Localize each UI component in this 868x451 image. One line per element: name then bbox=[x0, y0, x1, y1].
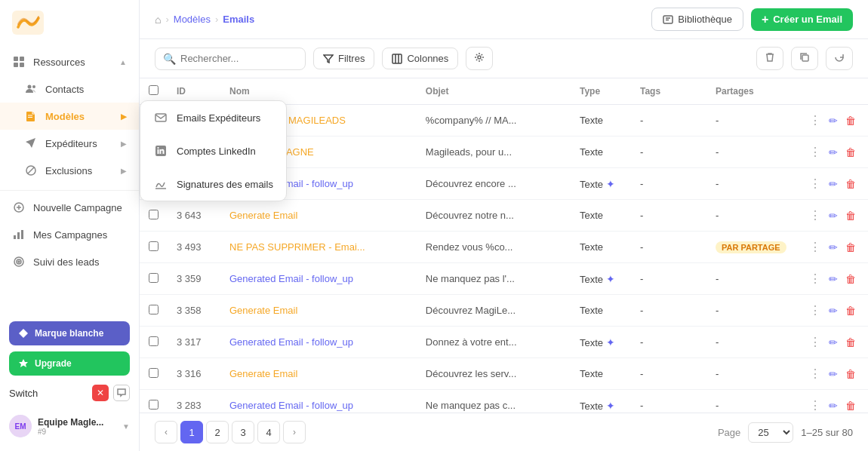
row-checkbox[interactable] bbox=[149, 210, 159, 219]
white-label-button[interactable]: Marque blanche bbox=[9, 321, 130, 345]
breadcrumb-sep2: › bbox=[215, 14, 218, 25]
prev-page-button[interactable]: ‹ bbox=[155, 421, 177, 443]
more-options-button[interactable]: ⋮ bbox=[806, 302, 824, 319]
delete-button[interactable]: 🗑 bbox=[842, 113, 859, 128]
more-options-button[interactable]: ⋮ bbox=[806, 365, 824, 382]
topbar-actions: Bibliothèque + Créer un Email bbox=[651, 8, 853, 31]
delete-button[interactable]: 🗑 bbox=[842, 208, 859, 223]
svg-rect-29 bbox=[802, 55, 808, 61]
more-options-button[interactable]: ⋮ bbox=[806, 397, 824, 413]
delete-button[interactable]: 🗑 bbox=[842, 303, 859, 318]
row-name: Generated Email - follow_up bbox=[220, 263, 417, 295]
sidebar-item-contacts[interactable]: Contacts bbox=[0, 75, 139, 103]
sidebar-item-modeles[interactable]: Modèles ▶ bbox=[0, 103, 139, 130]
more-options-button[interactable]: ⋮ bbox=[806, 112, 824, 129]
row-checkbox[interactable] bbox=[149, 368, 159, 378]
svg-point-6 bbox=[32, 85, 35, 88]
delete-button[interactable]: 🗑 bbox=[842, 398, 859, 413]
edit-button[interactable]: ✏ bbox=[826, 145, 841, 160]
row-checkbox[interactable] bbox=[149, 336, 159, 346]
edit-button[interactable]: ✏ bbox=[826, 240, 841, 255]
page-2-button[interactable]: 2 bbox=[206, 421, 229, 443]
home-icon[interactable]: ⌂ bbox=[155, 14, 161, 26]
trash-button[interactable] bbox=[756, 47, 783, 70]
svg-rect-16 bbox=[21, 230, 23, 239]
upgrade-icon bbox=[18, 358, 29, 369]
search-input[interactable] bbox=[180, 53, 297, 64]
row-checkbox[interactable] bbox=[149, 241, 159, 251]
edit-button[interactable]: ✏ bbox=[826, 208, 841, 223]
refresh-button[interactable] bbox=[826, 47, 853, 70]
edit-button[interactable]: ✏ bbox=[826, 272, 841, 287]
email-name-link[interactable]: Generated Email - follow_up bbox=[229, 273, 380, 284]
row-checkbox[interactable] bbox=[149, 273, 159, 283]
row-id: 3 358 bbox=[168, 295, 220, 327]
edit-button[interactable]: ✏ bbox=[826, 367, 841, 382]
sidebar-item-label: Suivi des leads bbox=[33, 256, 99, 268]
delete-button[interactable]: 🗑 bbox=[842, 145, 859, 160]
settings-button[interactable] bbox=[466, 47, 493, 70]
more-options-button[interactable]: ⋮ bbox=[806, 238, 824, 256]
email-name-link[interactable]: Generated Email - follow_up bbox=[229, 400, 380, 411]
more-options-button[interactable]: ⋮ bbox=[806, 143, 824, 161]
dropdown-item-signatures[interactable]: Signatures des emails bbox=[140, 167, 286, 201]
switch-chat-button[interactable] bbox=[113, 385, 130, 401]
library-button[interactable]: Bibliothèque bbox=[651, 8, 743, 31]
delete-button[interactable]: 🗑 bbox=[842, 367, 859, 382]
columns-button[interactable]: Colonnes bbox=[382, 48, 458, 69]
dropdown-item-comptes-linkedin[interactable]: Comptes LinkedIn bbox=[140, 134, 286, 167]
delete-button[interactable]: 🗑 bbox=[842, 176, 859, 192]
sidebar-item-expediteurs[interactable]: Expéditeurs ▶ bbox=[0, 130, 139, 157]
copy-button[interactable] bbox=[791, 47, 818, 70]
switch-x-button[interactable]: ✕ bbox=[92, 385, 109, 401]
row-id: 3 317 bbox=[168, 327, 220, 358]
row-checkbox[interactable] bbox=[149, 400, 159, 410]
email-name-link[interactable]: Generate Email bbox=[229, 305, 380, 316]
edit-button[interactable]: ✏ bbox=[826, 303, 841, 318]
more-options-button[interactable]: ⋮ bbox=[806, 270, 824, 287]
delete-button[interactable]: 🗑 bbox=[842, 272, 859, 287]
delete-button[interactable]: 🗑 bbox=[842, 335, 859, 350]
more-options-button[interactable]: ⋮ bbox=[806, 175, 824, 192]
row-actions: ⋮ ✏ 🗑 bbox=[797, 263, 868, 295]
create-email-button[interactable]: + Créer un Email bbox=[751, 8, 853, 31]
avatar: EM bbox=[9, 415, 32, 437]
sidebar-item-ressources[interactable]: Ressources ▲ bbox=[0, 48, 139, 75]
row-actions: ⋮ ✏ 🗑 bbox=[797, 137, 868, 168]
dropdown-item-emails-expediteurs[interactable]: Emails Expéditeurs bbox=[140, 101, 286, 134]
search-box[interactable]: 🔍 bbox=[155, 48, 306, 70]
email-name-link[interactable]: Generated Email - follow_up bbox=[229, 336, 380, 348]
more-options-button[interactable]: ⋮ bbox=[806, 333, 824, 351]
sidebar-item-nouvelle-campagne[interactable]: Nouvelle Campagne bbox=[0, 194, 139, 221]
select-all-checkbox[interactable] bbox=[149, 85, 159, 95]
svg-rect-30 bbox=[155, 114, 166, 121]
filter-button[interactable]: Filtres bbox=[313, 48, 374, 69]
upgrade-button[interactable]: Upgrade bbox=[9, 351, 130, 376]
edit-button[interactable]: ✏ bbox=[826, 335, 841, 350]
email-name-link[interactable]: Generate Email bbox=[229, 210, 380, 221]
delete-button[interactable]: 🗑 bbox=[842, 240, 859, 255]
row-checkbox[interactable] bbox=[149, 305, 159, 314]
row-subject: %company% // MA... bbox=[417, 105, 571, 137]
next-page-button[interactable]: › bbox=[283, 421, 306, 443]
breadcrumb: ⌂ › Modèles › Emails bbox=[155, 14, 254, 26]
sidebar-item-exclusions[interactable]: Exclusions ▶ bbox=[0, 157, 139, 184]
breadcrumb-modeles[interactable]: Modèles bbox=[174, 14, 211, 25]
email-name-link[interactable]: Generate Email bbox=[229, 368, 380, 379]
sidebar-item-mes-campagnes[interactable]: Mes Campagnes bbox=[0, 221, 139, 248]
row-actions: ⋮ ✏ 🗑 bbox=[797, 295, 868, 327]
row-id: 3 643 bbox=[168, 200, 220, 232]
toolbar: 🔍 Filtres Colonnes bbox=[140, 39, 868, 78]
edit-button[interactable]: ✏ bbox=[826, 113, 841, 128]
per-page-select[interactable]: 25 50 100 bbox=[748, 422, 793, 443]
user-chevron-icon[interactable]: ▼ bbox=[122, 422, 130, 431]
topbar: ⌂ › Modèles › Emails Bibliothèque + Crée… bbox=[140, 0, 868, 39]
edit-button[interactable]: ✏ bbox=[826, 176, 841, 192]
sidebar-item-suivi-leads[interactable]: Suivi des leads bbox=[0, 248, 139, 275]
email-name-link[interactable]: NE PAS SUPPRIMER - Emai... bbox=[229, 241, 380, 253]
page-1-button[interactable]: 1 bbox=[180, 421, 203, 443]
page-4-button[interactable]: 4 bbox=[257, 421, 280, 443]
more-options-button[interactable]: ⋮ bbox=[806, 207, 824, 224]
edit-button[interactable]: ✏ bbox=[826, 398, 841, 413]
page-3-button[interactable]: 3 bbox=[232, 421, 254, 443]
